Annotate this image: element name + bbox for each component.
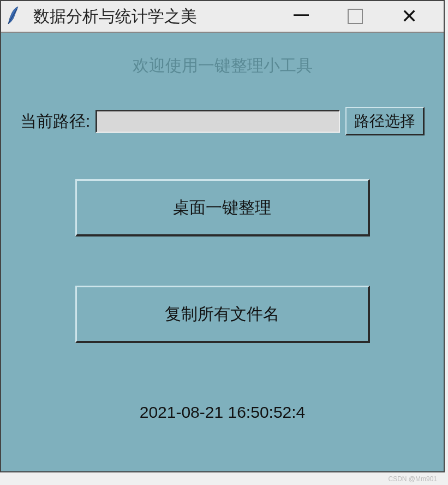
window-controls: — ✕ [288, 5, 439, 27]
path-row: 当前路径: 路径选择 [20, 107, 425, 135]
close-button[interactable]: ✕ [396, 5, 423, 27]
minimize-button[interactable]: — [288, 5, 315, 27]
titlebar: 数据分析与统计学之美 — ✕ [1, 1, 444, 33]
path-label: 当前路径: [20, 110, 90, 133]
path-input[interactable] [95, 110, 340, 133]
feather-icon [5, 5, 21, 25]
timestamp-label: 2021-08-21 16:50:52:4 [20, 403, 425, 422]
main-window: 数据分析与统计学之美 — ✕ 欢迎使用一键整理小工具 当前路径: 路径选择 桌面… [0, 0, 445, 472]
desktop-cleanup-button[interactable]: 桌面一键整理 [75, 179, 370, 236]
welcome-label: 欢迎使用一键整理小工具 [20, 55, 425, 77]
copy-filenames-button[interactable]: 复制所有文件名 [75, 286, 370, 343]
watermark: CSDN @Mm901 [388, 475, 437, 483]
window-title: 数据分析与统计学之美 [31, 5, 288, 28]
browse-button[interactable]: 路径选择 [345, 107, 425, 135]
client-area: 欢迎使用一键整理小工具 当前路径: 路径选择 桌面一键整理 复制所有文件名 20… [1, 33, 444, 471]
maximize-button[interactable] [348, 9, 363, 24]
app-icon [5, 5, 23, 27]
